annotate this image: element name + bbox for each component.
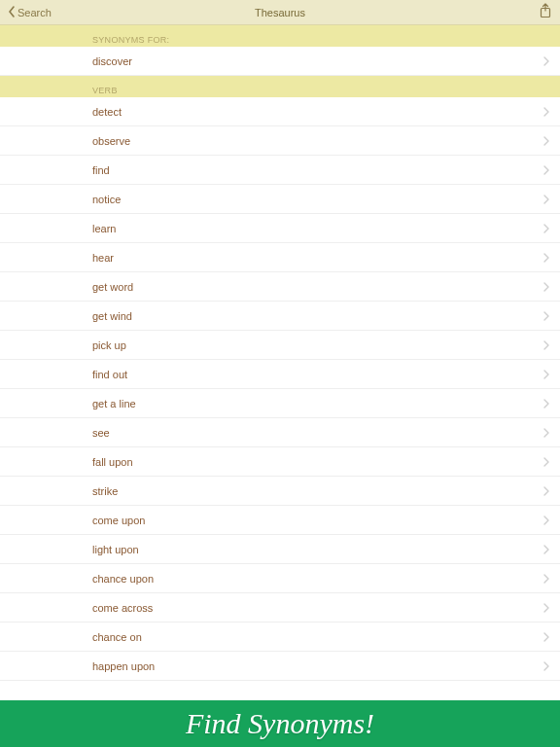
- list-item-label: see: [92, 427, 542, 439]
- chevron-right-icon: [542, 512, 550, 529]
- list-item[interactable]: fall upon: [0, 447, 560, 477]
- promo-banner: Find Synonyms!: [0, 700, 560, 747]
- list-item-label: chance upon: [92, 573, 542, 585]
- chevron-right-icon: [542, 220, 550, 237]
- list-item-label: come upon: [92, 515, 542, 526]
- chevron-right-icon: [542, 570, 550, 587]
- list-item-label: find: [92, 164, 542, 176]
- list-item[interactable]: notice: [0, 185, 560, 214]
- list-item-label: discover: [92, 55, 542, 67]
- list-item-label: observe: [92, 135, 542, 147]
- chevron-right-icon: [542, 53, 550, 70]
- page-title: Thesaurus: [0, 7, 560, 18]
- list-item-label: pick up: [92, 339, 542, 351]
- list-item[interactable]: find out: [0, 360, 560, 389]
- chevron-right-icon: [542, 658, 550, 675]
- chevron-right-icon: [542, 307, 550, 325]
- chevron-right-icon: [542, 395, 550, 412]
- section-header: VERB: [0, 76, 560, 97]
- list-item[interactable]: observe: [0, 126, 560, 156]
- section-header: SYNONYMS FOR:: [0, 25, 560, 47]
- list-item-label: come across: [92, 602, 542, 614]
- list-item-label: find out: [92, 369, 542, 380]
- chevron-left-icon: [8, 6, 18, 19]
- chevron-right-icon: [542, 453, 550, 471]
- chevron-right-icon: [542, 424, 550, 442]
- chevron-right-icon: [542, 103, 550, 121]
- list-item-label: light upon: [92, 544, 542, 555]
- banner-text: Find Synonyms!: [186, 707, 374, 740]
- list-item[interactable]: come upon: [0, 506, 560, 535]
- chevron-right-icon: [542, 366, 550, 383]
- list-item[interactable]: detect: [0, 97, 560, 126]
- list-item-label: strike: [92, 485, 542, 497]
- chevron-right-icon: [542, 191, 550, 208]
- share-icon: [539, 3, 552, 18]
- chevron-right-icon: [542, 132, 550, 150]
- list-item-label: learn: [92, 223, 542, 234]
- list-item-label: get word: [92, 281, 542, 293]
- navbar: Search Thesaurus: [0, 0, 560, 25]
- back-button[interactable]: Search: [8, 6, 52, 19]
- chevron-right-icon: [542, 161, 550, 179]
- list-item[interactable]: learn: [0, 214, 560, 243]
- list-item-label: hear: [92, 252, 542, 264]
- list-item-label: get wind: [92, 310, 542, 322]
- list-item[interactable]: light upon: [0, 535, 560, 564]
- list-item[interactable]: chance on: [0, 622, 560, 652]
- list-item[interactable]: pick up: [0, 331, 560, 360]
- list-item[interactable]: get word: [0, 272, 560, 302]
- list-item-label: detect: [92, 106, 542, 118]
- list: discover: [0, 47, 560, 76]
- list: detectobservefindnoticelearnhearget word…: [0, 97, 560, 681]
- back-label: Search: [18, 7, 52, 18]
- list-item[interactable]: see: [0, 418, 560, 447]
- list-item[interactable]: discover: [0, 47, 560, 76]
- list-item-label: get a line: [92, 398, 542, 409]
- list-item-label: fall upon: [92, 456, 542, 468]
- chevron-right-icon: [542, 599, 550, 617]
- list-item-label: notice: [92, 194, 542, 205]
- chevron-right-icon: [542, 278, 550, 296]
- list-item-label: chance on: [92, 631, 542, 643]
- chevron-right-icon: [542, 541, 550, 558]
- chevron-right-icon: [542, 482, 550, 500]
- content-scroll[interactable]: SYNONYMS FOR:discoverVERBdetectobservefi…: [0, 25, 560, 700]
- list-item[interactable]: hear: [0, 243, 560, 272]
- list-item[interactable]: strike: [0, 477, 560, 506]
- list-item[interactable]: happen upon: [0, 652, 560, 681]
- chevron-right-icon: [542, 249, 550, 267]
- list-item-label: happen upon: [92, 660, 542, 672]
- chevron-right-icon: [542, 337, 550, 354]
- share-button[interactable]: [539, 3, 552, 22]
- chevron-right-icon: [542, 628, 550, 646]
- list-item[interactable]: chance upon: [0, 564, 560, 593]
- list-item[interactable]: come across: [0, 593, 560, 622]
- list-item[interactable]: get a line: [0, 389, 560, 418]
- list-item[interactable]: get wind: [0, 302, 560, 331]
- list-item[interactable]: find: [0, 156, 560, 185]
